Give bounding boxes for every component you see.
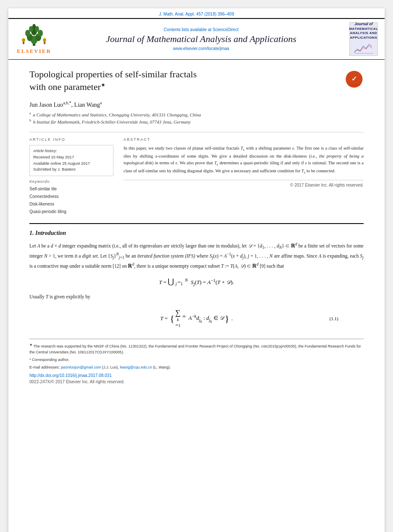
doi-link[interactable]: http://dx.doi.org/10.1016/j.jmaa.2017.08… [29, 373, 364, 378]
journal-banner: ELSEVIER Contents lists available at Sci… [8, 18, 385, 60]
two-col-section: ARTICLE INFO Article history: Received 1… [29, 132, 364, 216]
keyword-1: Self-similar tile [29, 185, 113, 193]
keyword-2: Connectedness [29, 193, 113, 200]
footnote-star: ★ The research was supported by the NNSF… [29, 342, 364, 356]
history-submitted: Submitted by J. Bastero [33, 166, 110, 172]
affiliation-b: b b Institut für Mathematik, Friedrich-S… [29, 118, 364, 125]
affiliations: a a College of Mathematics and Statistic… [29, 111, 364, 125]
article-info-label: ARTICLE INFO [29, 137, 113, 142]
email-link-1[interactable]: jasonluojun@gmail.com [61, 365, 101, 369]
first-author: Jun Jason Luoa,b,* [29, 102, 71, 108]
journal-title: Journal of Mathematical Analysis and App… [58, 34, 344, 45]
svg-point-11 [22, 38, 25, 42]
history-received: Received 10 May 2017 [33, 154, 110, 160]
svg-text:✓: ✓ [351, 75, 357, 82]
intro-paragraph-1: Let A be a d × d integer expanding matri… [29, 241, 364, 270]
keywords-list: Self-similar tile Connectedness Disk-lik… [29, 185, 113, 216]
email-link-2[interactable]: lwang@cqu.edu.cn [120, 365, 152, 369]
intro-paragraph-2: Usually T is given explicitly by [29, 293, 364, 301]
main-equation: T = ⋃ j=1 N Sj(T) = A−1(T + 𝒟). [29, 277, 364, 287]
abstract-label: ABSTRACT [124, 137, 364, 142]
elsevier-wordmark: ELSEVIER [17, 48, 51, 55]
footnote-corresponding: * Corresponding author. [29, 357, 364, 363]
history-available: Available online 25 August 2017 [33, 161, 110, 166]
keyword-3: Disk-likeness [29, 200, 113, 208]
equation-number-1-1: (1.1) [330, 316, 338, 321]
elsevier-tree-icon [19, 24, 49, 47]
authors-line: Jun Jason Luoa,b,*, Lian Wanga [29, 100, 364, 108]
article-title: Topological properties of self-similar f… [29, 68, 214, 93]
article-history-box: Article history: Received 10 May 2017 Av… [29, 145, 113, 176]
article-info-column: ARTICLE INFO Article history: Received 1… [29, 137, 113, 216]
svg-point-9 [32, 24, 36, 29]
svg-text:CrossMark: CrossMark [348, 84, 361, 86]
sciencedirect-link[interactable]: ScienceDirect [213, 27, 239, 32]
footnote-email: E-mail addresses: jasonluojun@gmail.com … [29, 365, 364, 371]
main-content: Topological properties of self-similar f… [8, 60, 385, 392]
section-1-title: 1. Introduction [29, 230, 364, 237]
journal-title-block: Contents lists available at ScienceDirec… [58, 27, 344, 51]
coauthor: , Lian Wanga [71, 102, 102, 108]
crossmark-logo[interactable]: ✓ CrossMark [345, 70, 364, 89]
section-divider [29, 223, 364, 224]
abstract-column: ABSTRACT In this paper, we study two cla… [124, 137, 364, 216]
history-label: Article history: [33, 149, 110, 153]
affiliation-a: a a College of Mathematics and Statistic… [29, 111, 364, 118]
copyright-bottom: 0022-247X/© 2017 Elsevier Inc. All right… [29, 379, 364, 384]
journal-cover: Journal of MATHEMATICAL ANALYSIS AND APP… [349, 22, 378, 56]
keyword-4: Quasi-periodic tiling [29, 208, 113, 216]
title-row: Topological properties of self-similar f… [29, 68, 364, 96]
journal-reference: J. Math. Anal. Appl. 457 (2018) 396–409 [8, 8, 385, 18]
contents-link: Contents lists available at ScienceDirec… [58, 27, 344, 32]
footnote-section: ★ The research was supported by the NNSF… [29, 339, 364, 384]
abstract-text: In this paper, we study two classes of p… [124, 145, 364, 175]
abstract-copyright: © 2017 Elsevier Inc. All rights reserved… [124, 180, 364, 187]
keywords-section: Keywords: Self-similar tile Connectednes… [29, 179, 113, 216]
keywords-label: Keywords: [29, 179, 113, 184]
equation-1-1: T = { ∑ k=1 ∞ A−kdjk : djk ∈ 𝒟 } . (1.1) [55, 308, 338, 329]
svg-point-13 [43, 38, 46, 42]
journal-url[interactable]: www.elsevier.com/locate/jmaa [58, 46, 344, 51]
elsevier-logo: ELSEVIER [15, 24, 53, 55]
article-page: J. Math. Anal. Appl. 457 (2018) 396–409 [8, 8, 385, 532]
